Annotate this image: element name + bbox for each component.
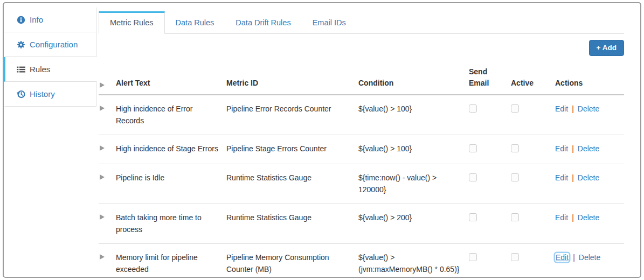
metric-id-cell: Pipeline Memory Consumption Counter (MB) [226, 251, 358, 275]
expand-caret-icon[interactable] [100, 145, 105, 151]
alert-text-cell: High incidence of Error Records [116, 103, 226, 127]
action-separator: | [572, 144, 574, 153]
sidebar-item-label: Info [30, 15, 43, 24]
sidebar-item-history[interactable]: History [4, 82, 96, 107]
condition-cell: ${value() > 200} [358, 212, 469, 223]
expand-caret-icon[interactable] [100, 174, 105, 180]
sidebar-item-info[interactable]: Info [4, 8, 96, 32]
add-button[interactable]: + Add [589, 40, 624, 56]
send-email-checkbox[interactable] [469, 173, 477, 181]
metric-id-cell: Runtime Statistics Gauge [226, 172, 358, 184]
condition-cell: ${time:now() - value() > 120000} [358, 172, 469, 195]
header-alert-text: Alert Text [116, 78, 226, 89]
tab-data-rules[interactable]: Data Rules [165, 12, 225, 33]
action-separator: | [573, 253, 575, 262]
actions-cell: Edit|Delete [555, 172, 624, 184]
delete-link[interactable]: Delete [578, 173, 599, 182]
action-separator: | [572, 104, 574, 113]
active-checkbox[interactable] [511, 253, 519, 261]
actions-cell: Edit|Delete [555, 103, 624, 115]
edit-link-focused[interactable]: Edit [555, 253, 569, 262]
table-row: Pipeline is Idle Runtime Statistics Gaug… [99, 164, 624, 204]
send-email-checkbox[interactable] [469, 144, 477, 152]
alert-text-cell: Pipeline is Idle [116, 172, 226, 184]
actions-cell: Edit|Delete [555, 212, 624, 223]
expand-caret-icon[interactable] [100, 214, 105, 220]
history-icon [17, 90, 25, 99]
sidebar-item-rules[interactable]: Rules [4, 57, 97, 82]
header-condition: Condition [358, 78, 469, 89]
edit-link[interactable]: Edit [555, 104, 568, 113]
alert-text-cell: High incidence of Stage Errors [116, 143, 226, 155]
alert-text-cell: Memory limit for pipeline exceeded [116, 251, 226, 275]
delete-link[interactable]: Delete [578, 213, 599, 222]
edit-link[interactable]: Edit [555, 144, 568, 153]
actions-cell: Edit|Delete [555, 251, 624, 263]
sidebar: Info Configuration Rules History [4, 8, 96, 277]
header-metric-id: Metric ID [226, 78, 358, 89]
tab-data-drift-rules[interactable]: Data Drift Rules [225, 12, 301, 33]
expand-caret-icon[interactable] [100, 254, 105, 260]
info-icon [17, 16, 25, 24]
condition-cell: ${value() > 100} [358, 143, 469, 155]
send-email-checkbox[interactable] [469, 213, 477, 221]
actions-cell: Edit|Delete [555, 143, 624, 155]
alert-text-cell: Batch taking more time to process [116, 212, 226, 235]
delete-link[interactable]: Delete [578, 144, 599, 153]
active-checkbox[interactable] [511, 104, 519, 113]
tab-bar: Metric Rules Data Rules Data Drift Rules… [99, 11, 624, 34]
tab-email-ids[interactable]: Email IDs [302, 12, 357, 33]
header-send-email: Send Email [469, 66, 511, 89]
table-row: Memory limit for pipeline exceeded Pipel… [99, 244, 624, 278]
rules-table: Alert Text Metric ID Condition Send Emai… [99, 64, 624, 278]
active-checkbox[interactable] [511, 213, 519, 221]
action-separator: | [572, 173, 574, 182]
header-caret-icon[interactable] [100, 82, 105, 88]
metric-id-cell: Pipeline Stage Errors Counter [226, 143, 358, 155]
delete-link[interactable]: Delete [579, 253, 600, 262]
table-row: High incidence of Stage Errors Pipeline … [99, 135, 624, 164]
list-icon [17, 65, 25, 74]
table-row: Batch taking more time to process Runtim… [99, 204, 624, 244]
active-checkbox[interactable] [511, 144, 519, 152]
delete-link[interactable]: Delete [578, 104, 599, 113]
sidebar-item-label: History [30, 89, 55, 99]
sidebar-item-label: Rules [30, 65, 50, 74]
metric-id-cell: Runtime Statistics Gauge [226, 212, 358, 223]
table-header-row: Alert Text Metric ID Condition Send Emai… [99, 64, 624, 95]
edit-link[interactable]: Edit [555, 213, 568, 222]
sidebar-item-label: Configuration [30, 40, 78, 49]
metric-id-cell: Pipeline Error Records Counter [226, 103, 358, 115]
main-content: Metric Rules Data Rules Data Drift Rules… [96, 8, 640, 277]
gear-icon [17, 40, 25, 49]
header-active: Active [511, 78, 555, 89]
toolbar: + Add [99, 40, 624, 56]
header-actions: Actions [555, 78, 624, 89]
edit-link[interactable]: Edit [555, 173, 568, 182]
table-row: High incidence of Error Records Pipeline… [99, 95, 624, 135]
condition-cell: ${value() > (jvm:maxMemoryMB() * 0.65)} [358, 251, 469, 275]
app-window: Info Configuration Rules History Metric … [3, 2, 641, 278]
send-email-checkbox[interactable] [469, 253, 477, 261]
active-checkbox[interactable] [511, 173, 519, 181]
action-separator: | [572, 213, 574, 222]
expand-caret-icon[interactable] [100, 106, 105, 111]
tab-metric-rules[interactable]: Metric Rules [99, 11, 165, 34]
send-email-checkbox[interactable] [469, 104, 477, 113]
condition-cell: ${value() > 100} [358, 103, 469, 115]
sidebar-item-configuration[interactable]: Configuration [4, 32, 96, 57]
